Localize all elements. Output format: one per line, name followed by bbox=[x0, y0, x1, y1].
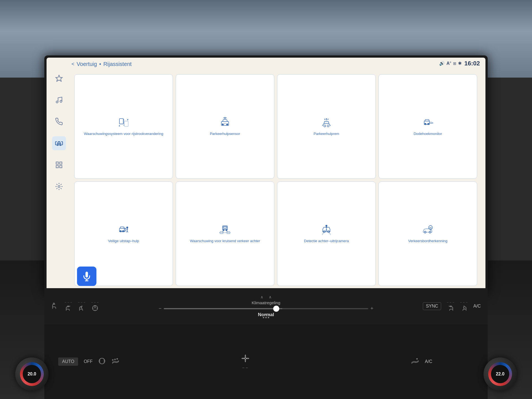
climate-bar: – – – – – – – – – bbox=[44, 288, 488, 324]
center-fan-display: – – bbox=[183, 354, 308, 370]
cross-traffic-icon bbox=[219, 224, 231, 236]
blind-spot-label: Dodehoekmonitor bbox=[414, 132, 442, 136]
tile-blind-spot[interactable]: A Dodehoekmonitor bbox=[378, 74, 477, 179]
tile-parking-sensor[interactable]: P Parkeerhulpsensor bbox=[176, 74, 274, 179]
svg-text:P: P bbox=[224, 123, 226, 125]
driver-seat-icon bbox=[51, 302, 59, 310]
sidebar-item-vehicle[interactable] bbox=[52, 136, 66, 150]
svg-point-31 bbox=[226, 229, 227, 231]
svg-point-18 bbox=[327, 125, 329, 127]
svg-marker-0 bbox=[56, 75, 62, 81]
svg-point-17 bbox=[324, 125, 326, 127]
svg-rect-6 bbox=[56, 162, 58, 164]
screen-content: 🔊 A≡ ⊞ ✱ 16:02 < Voertuig • Rijassistent bbox=[47, 58, 485, 291]
rear-camera-icon bbox=[320, 224, 332, 236]
fan-control-row: − + bbox=[159, 306, 374, 311]
tile-rear-camera[interactable]: Detectie achter–uitrijcamera bbox=[277, 181, 376, 286]
sidebar-item-music[interactable] bbox=[52, 93, 66, 107]
defrost-icon[interactable] bbox=[111, 357, 120, 366]
clock: 16:02 bbox=[464, 60, 480, 67]
seat-fan-icon: – – – bbox=[78, 301, 86, 312]
climate-chevrons: ∧ ∧ bbox=[260, 295, 272, 299]
breadcrumb-current: Rijassistent bbox=[103, 61, 132, 67]
sidebar-item-navigation[interactable] bbox=[52, 71, 66, 85]
parking-brake-icon bbox=[320, 117, 332, 129]
tile-sign-recognition[interactable]: 50 Verkeersbordherkenning bbox=[378, 181, 477, 286]
status-bar: 🔊 A≡ ⊞ ✱ 16:02 bbox=[434, 58, 485, 69]
bluetooth-icon: ✱ bbox=[458, 61, 462, 66]
bottom-right-controls: A/C bbox=[308, 357, 482, 366]
sync-button[interactable]: SYNC bbox=[423, 302, 441, 310]
svg-rect-8 bbox=[56, 165, 58, 168]
svg-point-26 bbox=[122, 231, 124, 232]
climate-label-text: Klimaatregeling bbox=[252, 300, 280, 305]
svg-point-30 bbox=[223, 229, 224, 231]
sidebar-item-apps[interactable] bbox=[52, 158, 66, 172]
seat-fan-right-icon: – – – bbox=[460, 301, 468, 312]
safe-exit-icon bbox=[117, 224, 130, 236]
breadcrumb-separator: • bbox=[99, 61, 101, 67]
svg-point-50 bbox=[268, 317, 269, 318]
svg-point-10 bbox=[58, 186, 60, 188]
tile-parking-brake[interactable]: Parkeerhulprem bbox=[277, 74, 376, 179]
steering-heat-icon: – – – bbox=[91, 301, 99, 312]
display-icon: ⊞ bbox=[453, 61, 456, 66]
rear-camera-label: Detectie achter–uitrijcamera bbox=[304, 239, 349, 244]
svg-point-14 bbox=[222, 124, 223, 125]
fan-speed-track[interactable] bbox=[164, 308, 368, 309]
font-icon: A≡ bbox=[446, 61, 451, 66]
safe-exit-label: Veilige uitstap–hulp bbox=[108, 239, 139, 244]
auto-button[interactable]: AUTO bbox=[58, 357, 78, 366]
svg-rect-7 bbox=[60, 162, 62, 164]
fan-minus[interactable]: − bbox=[159, 306, 162, 311]
svg-point-36 bbox=[326, 225, 327, 226]
svg-point-5 bbox=[60, 145, 61, 146]
svg-point-49 bbox=[265, 317, 267, 318]
svg-point-47 bbox=[268, 314, 269, 316]
fan-plus[interactable]: + bbox=[370, 306, 374, 311]
recirculate-icon[interactable] bbox=[98, 357, 106, 366]
signal-icon: 🔊 bbox=[439, 61, 445, 66]
bottom-left-controls: AUTO OFF bbox=[50, 357, 183, 366]
back-button[interactable]: < bbox=[71, 61, 75, 67]
voice-button[interactable] bbox=[77, 267, 96, 286]
bottom-controls: AUTO OFF bbox=[44, 324, 488, 399]
climate-left: – – – – – – – – – bbox=[51, 301, 159, 312]
svg-point-46 bbox=[265, 314, 267, 316]
rear-defrost-icon[interactable] bbox=[411, 357, 419, 366]
cross-traffic-label: Waarschuwing voor kruisend verkeer achte… bbox=[190, 239, 260, 244]
breadcrumb-parent[interactable]: Voertuig bbox=[77, 61, 97, 67]
sidebar-item-settings[interactable] bbox=[52, 180, 66, 193]
infotainment-screen: 🔊 A≡ ⊞ ✱ 16:02 < Voertuig • Rijassistent bbox=[44, 55, 488, 294]
status-icons: 🔊 A≡ ⊞ ✱ bbox=[439, 61, 461, 66]
svg-text:50: 50 bbox=[429, 227, 432, 229]
temp-display-right: 22.0 bbox=[491, 365, 509, 383]
svg-point-27 bbox=[127, 227, 128, 228]
grid-dots-button[interactable] bbox=[262, 313, 270, 320]
temp-knob-left[interactable]: 20.0 bbox=[15, 357, 48, 391]
ac-label-bottom[interactable]: A/C bbox=[425, 359, 432, 364]
breadcrumb: < Voertuig • Rijassistent bbox=[71, 61, 132, 67]
sign-recognition-label: Verkeersbordherkenning bbox=[408, 239, 447, 244]
svg-point-21 bbox=[428, 123, 429, 125]
temp-display-left: 20.0 bbox=[23, 365, 41, 383]
svg-rect-11 bbox=[119, 119, 123, 124]
svg-point-48 bbox=[263, 317, 264, 318]
feature-grid: Waarschuwingssysteem voor rijstrookveran… bbox=[71, 71, 480, 289]
svg-point-2 bbox=[60, 100, 62, 102]
parking-sensor-label: Parkeerhulpsensor bbox=[210, 132, 240, 136]
sidebar-item-phone[interactable] bbox=[52, 115, 66, 129]
svg-point-15 bbox=[226, 124, 228, 125]
tile-cross-traffic[interactable]: Waarschuwing voor kruisend verkeer achte… bbox=[176, 181, 274, 286]
climate-right: SYNC – – – – – – A/C bbox=[374, 301, 481, 312]
svg-point-45 bbox=[263, 314, 264, 316]
blind-spot-icon: A bbox=[422, 117, 434, 129]
temp-knob-right[interactable]: 22.0 bbox=[484, 357, 517, 391]
off-button[interactable]: OFF bbox=[84, 359, 93, 364]
ac-button[interactable]: A/C bbox=[473, 304, 481, 309]
lane-warning-icon bbox=[117, 117, 130, 129]
svg-point-20 bbox=[425, 123, 426, 125]
svg-rect-29 bbox=[223, 226, 227, 228]
svg-point-1 bbox=[56, 101, 58, 103]
tile-lane-change-warning[interactable]: Waarschuwingssysteem voor rijstrookveran… bbox=[74, 74, 173, 179]
